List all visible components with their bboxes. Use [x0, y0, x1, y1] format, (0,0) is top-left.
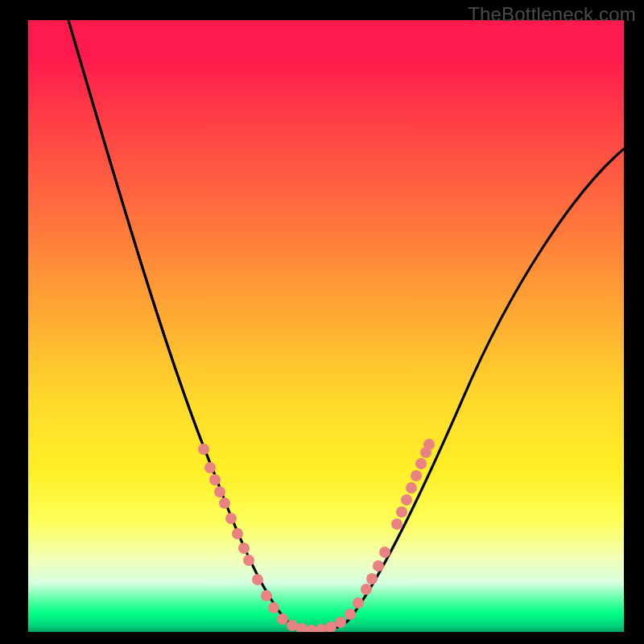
- data-marker: [287, 620, 298, 631]
- data-marker: [268, 602, 279, 613]
- data-marker: [243, 555, 254, 566]
- curve-group: [68, 20, 624, 630]
- data-marker: [396, 506, 407, 518]
- data-marker: [252, 574, 263, 585]
- data-marker: [415, 458, 427, 469]
- data-marker: [335, 617, 346, 628]
- data-marker: [316, 624, 327, 632]
- bottleneck-curve: [68, 20, 624, 630]
- data-marker: [345, 609, 356, 620]
- bottleneck-curve: [68, 20, 624, 630]
- chart-frame: TheBottleneck.com: [0, 0, 644, 644]
- data-marker: [361, 584, 372, 595]
- data-marker: [379, 547, 390, 558]
- data-marker: [209, 474, 221, 485]
- data-marker: [325, 621, 336, 632]
- data-marker: [406, 482, 417, 493]
- data-marker: [423, 439, 435, 450]
- data-marker: [277, 613, 288, 625]
- data-marker: [296, 623, 308, 632]
- data-marker: [401, 494, 412, 506]
- data-marker: [225, 513, 237, 524]
- bottleneck-curve: [68, 20, 624, 630]
- data-marker: [306, 625, 317, 632]
- watermark-text: TheBottleneck.com: [468, 3, 636, 26]
- data-marker: [353, 597, 364, 609]
- data-marker: [219, 497, 230, 509]
- data-marker: [411, 470, 422, 481]
- bottleneck-curve: [68, 20, 624, 630]
- bottleneck-curve: [68, 20, 624, 630]
- data-marker: [204, 462, 216, 473]
- data-marker: [261, 590, 272, 601]
- data-marker: [373, 560, 384, 572]
- plot-area: [28, 20, 624, 632]
- data-marker: [232, 528, 243, 539]
- data-marker: [366, 573, 378, 584]
- data-marker: [198, 444, 209, 455]
- chart-svg: [28, 20, 624, 632]
- data-marker: [238, 543, 250, 554]
- data-marker: [214, 486, 225, 497]
- bottleneck-curve: [68, 20, 624, 630]
- data-marker: [391, 518, 402, 530]
